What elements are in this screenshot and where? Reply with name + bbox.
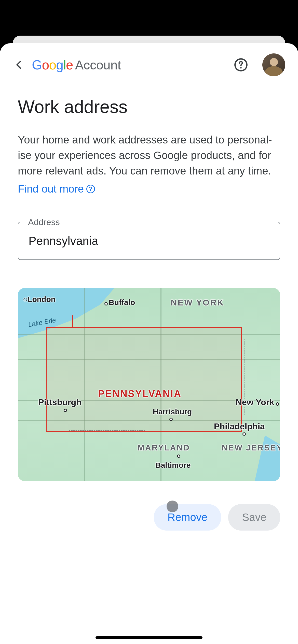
home-indicator[interactable] [96, 636, 202, 639]
page-title: Work address [18, 97, 280, 117]
map-label-baltimore: Baltimore [155, 461, 191, 470]
atlantic-water [255, 435, 280, 481]
map-label-buffalo: Buffalo [104, 298, 135, 307]
header-bar: Google Account [0, 43, 298, 84]
address-input[interactable] [18, 222, 280, 260]
state-border-dashed [69, 430, 145, 469]
help-icon [234, 58, 248, 72]
map-label-ny-state: NEW YORK [171, 298, 224, 308]
save-button[interactable]: Save [228, 504, 280, 531]
svg-point-1 [240, 67, 242, 69]
help-button[interactable] [234, 57, 248, 72]
main-sheet: Google Account Work address Your home an… [0, 43, 298, 644]
map-label-harrisburg: Harrisburg [153, 407, 192, 416]
learn-more-link[interactable]: Find out more ? [18, 183, 95, 195]
map-label-nj: NEW JERSEY [222, 443, 280, 452]
remove-button-label: Remove [168, 511, 207, 523]
back-button[interactable] [13, 58, 25, 71]
google-logo: Google [32, 57, 73, 72]
save-button-label: Save [242, 511, 266, 523]
map-label-maryland: MARYLAND [138, 443, 190, 452]
address-field-container: Address [18, 222, 280, 260]
touch-indicator [167, 501, 178, 512]
map-dot [169, 418, 173, 421]
map-preview[interactable]: ○London Buffalo NEW YORK Lake Erie PENNS… [18, 288, 280, 481]
learn-more-label: Find out more [18, 183, 84, 195]
map-dot [242, 432, 246, 436]
map-dot [64, 409, 67, 412]
chevron-left-icon [14, 60, 24, 70]
map-label-pennsylvania: PENNSYLVANIA [98, 388, 182, 399]
map-label-philadelphia: Philadelphia [214, 421, 265, 431]
page-description: Your home and work addresses are used to… [18, 132, 280, 179]
map-dot [177, 455, 180, 458]
action-buttons: Remove Save [18, 504, 280, 531]
pennsylvania-highlight [46, 327, 242, 432]
content-area: Work address Your home and work addresse… [0, 84, 298, 531]
remove-button[interactable]: Remove [154, 504, 221, 531]
logo-container: Google Account [32, 57, 227, 72]
map-label-nyc: New York [236, 397, 278, 407]
address-field-label: Address [23, 217, 64, 227]
account-label: Account [75, 58, 121, 72]
question-icon: ? [86, 185, 95, 193]
map-label-london: ○London [23, 295, 56, 304]
map-label-pittsburgh: Pittsburgh [38, 397, 82, 407]
profile-avatar[interactable] [262, 53, 285, 76]
